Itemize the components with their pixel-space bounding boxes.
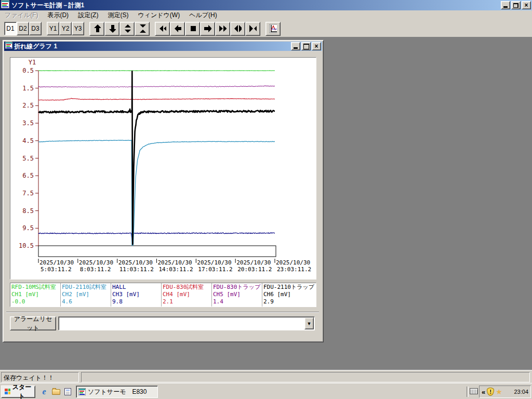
svg-text:5.5: 5.5 [22,155,34,162]
step-forward-icon[interactable] [200,22,215,36]
internet-explorer-icon[interactable]: e [39,387,49,396]
line-chart: 0.51.52.53.54.55.56.57.58.59.510.5Y12025… [10,58,316,279]
alarm-combobox-field[interactable] [58,316,315,330]
folder-icon[interactable] [51,387,61,396]
svg-text:23:03:11.2: 23:03:11.2 [277,266,311,273]
graph-settings-icon[interactable] [265,22,281,36]
legend-channel-ch6: FDU-2110トラップCH6 [mV]2.9 [262,283,316,307]
legend-channel-ch3: HALLCH3 [mV]9.8 [111,283,162,307]
svg-text:11:03:11.2: 11:03:11.2 [119,266,154,273]
expand-vertical-icon[interactable] [119,22,135,36]
graph-window-client: 0.51.52.53.54.55.56.57.58.59.510.5Y12025… [4,51,322,341]
alarm-combobox[interactable]: ▼ [58,316,315,330]
separator [6,312,319,313]
child-minimize-button[interactable] [291,42,300,50]
task-app-icon [78,388,86,395]
menu-bar: ファイル(F)表示(D)設定(Z)測定(S)ウィンドウ(W)ヘルプ(H) [0,10,532,21]
display-d1-button[interactable]: D1 [4,22,17,35]
svg-text:14:03:11.2: 14:03:11.2 [159,266,193,273]
axis-button-group: Y1Y2Y3 [47,22,84,35]
status-message: 保存ウェイト！！ [1,372,79,382]
taskbar-clock[interactable]: 23:04 [514,389,528,395]
scroll-up-icon[interactable] [89,22,104,36]
start-button[interactable]: スタート [1,385,35,398]
display-d3-button[interactable]: D3 [29,22,42,35]
restore-button[interactable] [511,1,521,9]
svg-text:3.5: 3.5 [22,119,34,127]
svg-text:1.5: 1.5 [22,85,34,92]
show-desktop-icon[interactable] [63,387,72,396]
svg-text:2025/10/30: 2025/10/30 [197,259,231,266]
star-icon[interactable]: ★ [496,388,502,395]
legend-channel-ch5: FDU-830トラップCH5 [mV]1.4 [212,283,262,307]
fast-forward-icon[interactable] [215,22,230,36]
graph-window-icon [5,42,12,51]
windows-logo-icon [5,389,10,395]
svg-text:10.5: 10.5 [19,242,34,249]
page-button-group: D1D2D3 [4,22,42,35]
svg-text:5:03:11.2: 5:03:11.2 [41,266,72,273]
step-back-icon[interactable] [170,22,185,36]
svg-text:2025/10/30: 2025/10/30 [236,259,271,266]
svg-text:8.5: 8.5 [22,207,34,215]
child-maximize-button[interactable] [301,42,311,50]
chevron-down-icon[interactable]: ▼ [304,317,314,329]
svg-text:8:03:11.2: 8:03:11.2 [80,266,111,273]
system-tray: « ! ★ 23:04 [479,385,531,398]
svg-text:2025/10/30: 2025/10/30 [39,259,74,266]
legend-channel-ch2: FDU-2110試料室CH2 [mV]4.6 [61,283,111,307]
svg-text:2025/10/30: 2025/10/30 [276,259,310,266]
menu-item-2[interactable]: 設定(Z) [73,10,103,21]
security-shield-icon[interactable]: ! [487,388,494,396]
legend-channel-ch1: RFD-10MS試料室CH1 [mV]-0.0 [10,283,61,307]
compress-vertical-icon[interactable] [135,22,150,36]
svg-text:2.5: 2.5 [22,102,34,109]
svg-text:20:03:11.2: 20:03:11.2 [237,266,272,273]
legend: RFD-10MS試料室CH1 [mV]-0.0FDU-2110試料室CH2 [m… [10,283,316,307]
svg-text:9.5: 9.5 [22,224,34,232]
start-label: スタート [12,383,32,399]
expand-horizontal-icon[interactable] [230,22,245,36]
axis-y2-button[interactable]: Y2 [59,22,72,35]
keyboard-icon[interactable] [470,388,478,394]
alarm-reset-button[interactable]: アラームリセット [10,316,56,330]
graph-window: 折れ線グラフ 1 × 0.51.52.53.54.55.56.57.58.59.… [3,40,324,342]
status-bar: 保存ウェイト！！ [0,370,532,383]
svg-text:2025/10/30: 2025/10/30 [79,259,113,266]
menu-item-3[interactable]: 測定(S) [103,10,133,21]
main-titlebar[interactable]: ソフトサーモ計測－計測1 × [0,0,532,10]
task-button-softthermo[interactable]: ソフトサーモ E830 [76,385,158,398]
minimize-button[interactable] [501,1,510,9]
svg-text:Y1: Y1 [29,59,36,66]
toolbar: D1D2D3 Y1Y2Y3 [0,20,532,37]
stop-icon[interactable] [185,22,200,36]
menu-item-1[interactable]: 表示(D) [43,10,73,21]
child-close-button[interactable]: × [312,42,321,50]
chart-panel: 0.51.52.53.54.55.56.57.58.59.510.5Y12025… [10,57,316,280]
close-button[interactable]: × [522,1,531,9]
status-panel-empty [81,372,530,382]
graph-window-titlebar[interactable]: 折れ線グラフ 1 × [4,42,322,51]
menu-item-0: ファイル(F) [0,10,43,21]
task-button-label: ソフトサーモ E830 [88,388,147,396]
mdi-area: 折れ線グラフ 1 × 0.51.52.53.54.55.56.57.58.59.… [0,37,532,370]
svg-text:2025/10/30: 2025/10/30 [158,259,192,266]
svg-text:0.5: 0.5 [22,67,34,74]
svg-text:6.5: 6.5 [22,172,34,179]
scroll-down-icon[interactable] [104,22,119,36]
menu-item-5[interactable]: ヘルプ(H) [184,10,222,21]
axis-y3-button[interactable]: Y3 [72,22,84,35]
menu-item-4[interactable]: ウィンドウ(W) [133,10,184,21]
window-title: ソフトサーモ計測－計測1 [11,1,500,10]
legend-channel-ch4: FDU-830試料室CH4 [mV]2.1 [162,283,212,307]
divider [467,387,469,397]
svg-text:17:03:11.2: 17:03:11.2 [198,266,232,273]
fast-rewind-icon[interactable] [155,22,170,36]
compress-horizontal-icon[interactable] [245,22,260,36]
collapse-chevrons-icon[interactable]: « [482,388,485,396]
display-d2-button[interactable]: D2 [17,22,29,35]
svg-text:7.5: 7.5 [22,190,34,197]
app-icon [1,0,9,10]
axis-y1-button[interactable]: Y1 [47,22,59,35]
taskbar: スタート e ソフトサーモ E830 « ! ★ 23:04 [0,383,532,399]
